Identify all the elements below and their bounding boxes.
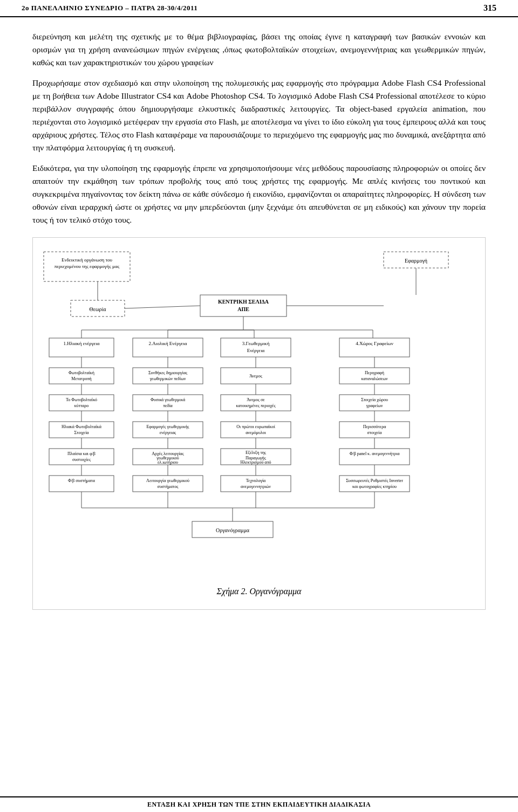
svg-text:1.Ηλιακή ενέργεια: 1.Ηλιακή ενέργεια xyxy=(64,341,100,346)
svg-text:περιεχομένου της εφαρμογής μας: περιεχομένου της εφαρμογής μας xyxy=(54,264,120,269)
svg-text:Εφαρμογές γεωθερμικής: Εφαρμογές γεωθερμικής xyxy=(146,424,189,429)
svg-text:Εξέλιξη της: Εξέλιξη της xyxy=(246,450,267,455)
svg-text:Το Φωτοβολταϊκό: Το Φωτοβολταϊκό xyxy=(66,397,97,402)
svg-text:4.Χώρος Γραφείων: 4.Χώρος Γραφείων xyxy=(356,341,393,346)
svg-text:Ηλιακά Φωτοβολταϊκά: Ηλιακά Φωτοβολταϊκά xyxy=(62,424,102,429)
svg-text:ανεμόμυλοι: ανεμόμυλοι xyxy=(246,430,267,435)
svg-text:γεωθερμικών πεδίων: γεωθερμικών πεδίων xyxy=(149,376,186,381)
svg-text:Μετατροπή: Μετατροπή xyxy=(71,376,91,381)
paragraph-2: Προχωρήσαμε στον σχεδιασμό και στην υλοπ… xyxy=(32,77,486,154)
page-wrapper: 2ο ΠΑΝΕΛΛΗΝΙΟ ΣΥΝΕΔΡΙΟ – ΠΑΤΡΑ 28-30/4/2… xyxy=(0,0,518,812)
content-area: διερεύνηση και μελέτη της σχετικής με το… xyxy=(0,17,518,626)
svg-text:και φωτογραφίες κτηρίου: και φωτογραφίες κτηρίου xyxy=(352,484,397,489)
svg-text:ΚΕΝΤΡΙΚΗ ΣΕΛΙΔΑ: ΚΕΝΤΡΙΚΗ ΣΕΛΙΔΑ xyxy=(218,299,269,305)
svg-text:Φυσικά γεωθερμικά: Φυσικά γεωθερμικά xyxy=(151,397,186,402)
page-footer: ΕΝΤΑΞΗ ΚΑΙ ΧΡΗΣΗ ΤΩΝ ΤΠΕ ΣΤΗΝ ΕΚΠΑΙΔΕΥΤΙ… xyxy=(0,796,518,812)
svg-text:ανεμογεννητριών: ανεμογεννητριών xyxy=(241,484,271,489)
svg-text:Οργανόγραμμα: Οργανόγραμμα xyxy=(216,527,250,533)
svg-text:Στοιχεία χώρου: Στοιχεία χώρου xyxy=(361,397,388,402)
svg-text:Συνθήκες δημιουργίας: Συνθήκες δημιουργίας xyxy=(148,370,188,375)
svg-text:στοιχεία: στοιχεία xyxy=(367,430,383,435)
svg-text:Άνεμος σε: Άνεμος σε xyxy=(247,397,265,402)
svg-text:Ενδεικτική οργάνωση του: Ενδεικτική οργάνωση του xyxy=(62,257,113,263)
svg-text:κύτταρο: κύτταρο xyxy=(74,403,89,408)
svg-text:ενέργειας: ενέργειας xyxy=(160,430,176,435)
svg-text:Εφαρμογή: Εφαρμογή xyxy=(405,258,427,264)
svg-text:Φ/β panel κ. ανεμογεννήτρια: Φ/β panel κ. ανεμογεννήτρια xyxy=(350,451,400,456)
figure-caption: Σχήμα 2. Οργανόγραμμα xyxy=(38,585,480,598)
svg-text:Πλαίσια και φ/β: Πλαίσια και φ/β xyxy=(67,451,96,456)
svg-text:3.Γεωθερμική: 3.Γεωθερμική xyxy=(242,341,270,346)
svg-text:συστήματος: συστήματος xyxy=(158,484,179,489)
svg-text:Στοιχεία: Στοιχεία xyxy=(74,430,89,435)
svg-text:Ηλεκτρισμού από: Ηλεκτρισμού από xyxy=(240,460,271,465)
footer-text: ΕΝΤΑΞΗ ΚΑΙ ΧΡΗΣΗ ΤΩΝ ΤΠΕ ΣΤΗΝ ΕΚΠΑΙΔΕΥΤΙ… xyxy=(147,801,371,808)
svg-text:κατοικημένες περιοχές: κατοικημένες περιοχές xyxy=(236,403,276,408)
svg-text:συστοιχίες: συστοιχίες xyxy=(72,457,91,462)
svg-text:Άνεμος: Άνεμος xyxy=(249,374,262,379)
paragraph-3: Ειδικότερα, για την υλοποίηση της εφαρμο… xyxy=(32,162,486,226)
paragraph-1: διερεύνηση και μελέτη της σχετικής με το… xyxy=(32,30,486,69)
svg-text:Περισσότερα: Περισσότερα xyxy=(363,424,386,429)
svg-text:Θεωρία: Θεωρία xyxy=(90,306,107,312)
svg-text:Λειτουργία γεωθερμικού: Λειτουργία γεωθερμικού xyxy=(146,478,189,483)
svg-text:ΑΠΕ: ΑΠΕ xyxy=(237,306,249,312)
svg-text:Τεχνολογία: Τεχνολογία xyxy=(246,478,266,483)
diagram-container: Ενδεικτική οργάνωση του περιεχομένου της… xyxy=(32,237,486,610)
svg-text:πεδία: πεδία xyxy=(163,403,173,408)
svg-text:γραφείων: γραφείων xyxy=(366,403,383,408)
svg-text:2.Αιολική Ενέργεια: 2.Αιολική Ενέργεια xyxy=(149,341,187,346)
svg-text:Φ/β συστήματα: Φ/β συστήματα xyxy=(68,478,96,483)
svg-text:Οι πρώτοι ευρωπαϊκοί: Οι πρώτοι ευρωπαϊκοί xyxy=(236,424,275,429)
page-header: 2ο ΠΑΝΕΛΛΗΝΙΟ ΣΥΝΕΔΡΙΟ – ΠΑΤΡΑ 28-30/4/2… xyxy=(0,0,518,17)
orgchart-svg: Ενδεικτική οργάνωση του περιεχομένου της… xyxy=(38,246,481,581)
svg-text:Ενέργεια: Ενέργεια xyxy=(247,348,265,353)
page-number: 315 xyxy=(483,3,496,13)
svg-text:Περιγραφή: Περιγραφή xyxy=(365,370,384,375)
svg-text:Φωτοβολταϊκή: Φωτοβολταϊκή xyxy=(69,370,94,375)
svg-line-13 xyxy=(125,306,200,308)
svg-text:Συσσωρευτές Ρυθμιστές Inverter: Συσσωρευτές Ρυθμιστές Inverter xyxy=(346,478,403,483)
svg-text:καταναλώσεων: καταναλώσεων xyxy=(361,376,387,381)
svg-rect-9 xyxy=(200,295,287,316)
svg-text:ελ.ιωτήριου: ελ.ιωτήριου xyxy=(158,460,178,465)
header-title: 2ο ΠΑΝΕΛΛΗΝΙΟ ΣΥΝΕΔΡΙΟ – ΠΑΤΡΑ 28-30/4/2… xyxy=(22,4,197,12)
